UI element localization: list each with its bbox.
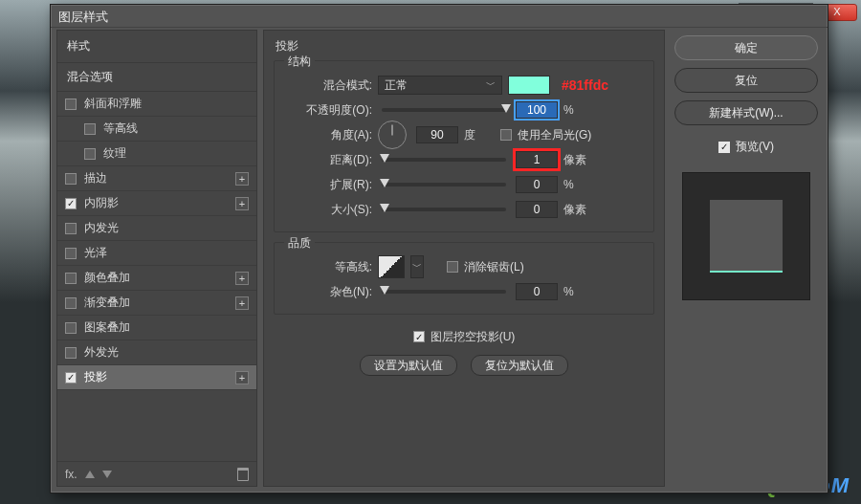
- trash-icon[interactable]: [237, 468, 249, 481]
- sidebar-item-bevel[interactable]: 斜面和浮雕: [57, 92, 256, 117]
- blend-mode-select[interactable]: 正常 ﹀: [378, 76, 502, 95]
- sidebar-item-inner-shadow[interactable]: ✓内阴影+: [57, 191, 256, 216]
- sidebar-item-satin[interactable]: 光泽: [57, 241, 256, 266]
- antialias-checkbox[interactable]: 消除锯齿(L): [447, 259, 524, 275]
- checkbox-icon[interactable]: [65, 273, 77, 284]
- checkbox-icon[interactable]: ✓: [65, 372, 77, 383]
- opacity-label: 不透明度(O):: [284, 102, 372, 119]
- size-slider[interactable]: [382, 208, 506, 211]
- percent-unit: %: [563, 178, 594, 191]
- checkbox-label: 使用全局光(G): [518, 127, 591, 143]
- checkbox-icon: [500, 129, 512, 141]
- slider-thumb-icon[interactable]: [380, 204, 389, 212]
- sidebar-item-texture[interactable]: 纹理: [57, 142, 256, 166]
- sidebar-item-label: 渐变叠加: [84, 295, 130, 311]
- sidebar-item-label: 描边: [84, 170, 107, 186]
- checkbox-icon: [447, 261, 458, 273]
- move-up-icon[interactable]: [85, 471, 95, 478]
- distance-label: 距离(D):: [284, 152, 372, 168]
- sidebar-item-color-overlay[interactable]: 颜色叠加+: [57, 266, 256, 291]
- sidebar-item-gradient-overlay[interactable]: 渐变叠加+: [57, 291, 256, 316]
- checkbox-icon: ✓: [718, 142, 730, 153]
- size-input[interactable]: [516, 201, 558, 218]
- distance-input[interactable]: [516, 151, 558, 168]
- reset-default-button[interactable]: 复位为默认值: [471, 355, 568, 376]
- noise-input[interactable]: [516, 283, 558, 300]
- sidebar-heading: 样式: [57, 31, 256, 63]
- opacity-input[interactable]: [516, 101, 558, 119]
- checkbox-label: 图层挖空投影(U): [430, 329, 516, 345]
- fx-menu-button[interactable]: fx.: [65, 468, 77, 481]
- angle-dial[interactable]: [378, 121, 407, 149]
- sidebar-item-label: 外发光: [84, 344, 119, 361]
- chevron-down-icon: ﹀: [486, 78, 496, 92]
- slider-thumb-icon[interactable]: [380, 154, 389, 163]
- add-instance-icon[interactable]: +: [235, 172, 249, 186]
- checkbox-icon[interactable]: [65, 223, 77, 234]
- move-down-icon[interactable]: [102, 471, 112, 478]
- angle-input[interactable]: [416, 126, 458, 143]
- effect-title: 投影: [276, 38, 654, 55]
- pixel-unit: 像素: [563, 152, 594, 168]
- quality-group: 品质 等高线: ﹀ 消除锯齿(L) 杂色(N): %: [274, 242, 654, 315]
- structure-group: 结构 混合模式: 正常 ﹀ #81ffdc 不透明度(O):: [274, 60, 654, 232]
- spread-input[interactable]: [516, 176, 558, 193]
- slider-thumb-icon[interactable]: [380, 286, 389, 295]
- checkbox-icon[interactable]: [65, 248, 77, 259]
- slider-thumb-icon[interactable]: [380, 179, 389, 187]
- blend-mode-label: 混合模式:: [284, 77, 372, 94]
- sidebar-item-contour[interactable]: 等高线: [57, 117, 256, 142]
- checkbox-icon[interactable]: ✓: [65, 198, 77, 209]
- checkbox-icon[interactable]: [65, 347, 77, 359]
- checkbox-icon: ✓: [413, 331, 425, 342]
- sidebar-item-outer-glow[interactable]: 外发光: [57, 340, 256, 365]
- sidebar-item-label: 纹理: [103, 145, 126, 162]
- group-label: 品质: [284, 235, 315, 252]
- add-instance-icon[interactable]: +: [235, 371, 249, 384]
- ok-button[interactable]: 确定: [674, 35, 818, 60]
- checkbox-icon[interactable]: [84, 123, 96, 135]
- checkbox-icon[interactable]: [65, 322, 77, 334]
- sidebar-item-label: 颜色叠加: [84, 270, 130, 286]
- checkbox-label: 预览(V): [736, 139, 774, 155]
- size-label: 大小(S):: [284, 202, 372, 218]
- contour-label: 等高线:: [284, 259, 372, 275]
- dialog-title: 图层样式: [51, 5, 828, 28]
- sidebar-item-label: 内发光: [84, 220, 119, 236]
- checkbox-icon[interactable]: [84, 148, 96, 160]
- new-style-button[interactable]: 新建样式(W)...: [674, 100, 818, 125]
- global-light-checkbox[interactable]: 使用全局光(G): [500, 127, 591, 143]
- sidebar-item-label: 投影: [84, 369, 107, 385]
- shadow-color-swatch[interactable]: [508, 76, 550, 95]
- spread-slider[interactable]: [382, 183, 506, 186]
- add-instance-icon[interactable]: +: [235, 272, 249, 285]
- slider-thumb-icon[interactable]: [501, 104, 511, 113]
- styles-sidebar: 样式 混合选项 斜面和浮雕 等高线 纹理 描边+ ✓内阴影+ 内发光 光泽 颜色…: [56, 30, 257, 487]
- sidebar-item-drop-shadow[interactable]: ✓投影+: [57, 365, 256, 390]
- sidebar-blend-options[interactable]: 混合选项: [57, 63, 256, 92]
- add-instance-icon[interactable]: +: [235, 296, 249, 310]
- contour-dropdown[interactable]: ﹀: [410, 255, 424, 278]
- make-default-button[interactable]: 设置为默认值: [360, 355, 457, 376]
- sidebar-item-label: 斜面和浮雕: [84, 96, 142, 112]
- knockout-checkbox[interactable]: ✓图层挖空投影(U): [413, 329, 516, 345]
- checkbox-label: 消除锯齿(L): [464, 259, 524, 275]
- checkbox-icon[interactable]: [65, 173, 77, 185]
- preview-checkbox[interactable]: ✓预览(V): [674, 139, 818, 155]
- opacity-slider[interactable]: [382, 108, 506, 112]
- checkbox-icon[interactable]: [65, 297, 77, 309]
- sidebar-item-stroke[interactable]: 描边+: [57, 166, 256, 191]
- spread-label: 扩展(R):: [284, 177, 372, 193]
- sidebar-item-pattern-overlay[interactable]: 图案叠加: [57, 316, 256, 340]
- noise-slider[interactable]: [382, 290, 506, 294]
- sidebar-item-label: 等高线: [103, 121, 138, 137]
- distance-slider[interactable]: [382, 158, 506, 162]
- sidebar-item-label: 内阴影: [84, 195, 119, 211]
- reset-button[interactable]: 复位: [674, 68, 818, 93]
- contour-picker[interactable]: [378, 255, 405, 278]
- select-value: 正常: [385, 77, 408, 94]
- angle-label: 角度(A):: [284, 127, 372, 143]
- checkbox-icon[interactable]: [65, 99, 77, 110]
- sidebar-item-inner-glow[interactable]: 内发光: [57, 216, 256, 241]
- add-instance-icon[interactable]: +: [235, 197, 249, 210]
